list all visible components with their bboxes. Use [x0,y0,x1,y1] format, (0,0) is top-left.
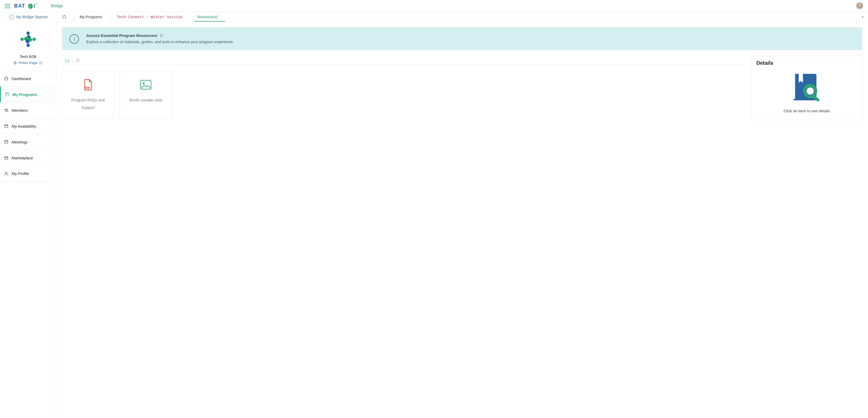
resource-card[interactable]: Booth sample view [120,71,172,118]
breadcrumb-program[interactable]: Tech Connect - Winter Session [110,12,190,21]
details-panel: Details Click an item to see details [751,56,862,120]
breadcrumb-bar: My Bridge Spaces My Programs Tech Connec… [0,12,868,22]
svg-rect-11 [5,125,8,128]
org-name: Tech B2B [20,54,36,59]
main-content: i Access Essential Program Resources! Ex… [56,22,868,418]
back-to-spaces[interactable]: My Bridge Spaces [0,12,56,21]
sidebar-item-availability[interactable]: My Availability [0,118,56,134]
svg-rect-8 [5,93,8,96]
back-arrow-icon [9,14,14,19]
details-empty-message: Click an item to see details [756,109,857,113]
sidebar-item-profile[interactable]: My Profile [0,166,56,181]
resource-grid: PDF Program FAQs and Support Booth sampl… [62,71,746,118]
resource-card[interactable]: PDF Program FAQs and Support [62,71,114,118]
svg-text:I: I [34,3,35,8]
external-link-icon[interactable] [160,34,163,37]
members-icon [4,108,8,112]
user-icon [4,171,8,176]
home-icon [4,76,8,81]
triangle-left-icon [861,15,864,19]
details-heading: Details [756,60,857,66]
banner-title: Access Essential Program Resources! [86,33,234,38]
resource-title: Booth sample view [129,97,162,104]
view-tab-grid[interactable] [62,56,72,65]
list-icon [75,58,80,63]
svg-text:BAT: BAT [14,3,25,8]
svg-rect-18 [795,74,798,100]
sidebar-item-members[interactable]: Members [0,102,56,118]
banner-description: Explore a collection of materials, guide… [86,40,234,44]
pdf-icon: PDF [83,79,93,91]
globe-icon [13,61,17,65]
public-page-link[interactable]: Public Page [13,61,42,65]
calendar-icon [5,92,9,97]
svg-rect-19 [794,99,818,100]
svg-point-4 [33,38,36,41]
svg-point-5 [26,44,29,47]
svg-point-10 [7,109,8,110]
resource-title: Program FAQs and Support [66,97,110,111]
svg-point-6 [20,38,24,41]
calendar-outline-icon [4,124,8,129]
svg-point-22 [807,88,814,95]
sidebar-item-meetings[interactable]: Meetings [0,134,56,150]
collapse-panel-button[interactable] [857,12,868,21]
user-avatar[interactable] [856,2,863,10]
sidebar-item-my-programs[interactable]: My Programs [0,86,56,102]
sidebar-item-marketplace[interactable]: Marketplace [0,150,56,166]
back-label: My Bridge Spaces [16,14,48,19]
org-logo [15,26,41,52]
svg-point-9 [5,109,6,110]
sidebar-nav: Dashboard My Programs Members My Availab… [0,70,56,181]
svg-rect-12 [5,141,8,143]
details-empty-illustration [790,71,824,104]
view-tab-list[interactable] [72,56,83,65]
store-icon [4,155,8,160]
info-banner: i Access Essential Program Resources! Ex… [62,27,862,50]
product-name[interactable]: Bridge [51,4,63,8]
breadcrumb-current: Resource(s) [190,12,225,21]
info-icon: i [69,34,79,44]
sidebar-item-dashboard[interactable]: Dashboard [0,70,56,86]
top-bar: BAT I ® Bridge [0,0,868,12]
sidebar: Tech B2B Public Page Dashboard My Progra… [0,22,56,418]
svg-text:®: ® [36,3,38,5]
external-link-icon [39,61,43,65]
svg-text:PDF: PDF [84,86,90,90]
view-toggle [62,56,746,65]
home-icon [62,14,67,19]
svg-point-13 [5,172,7,174]
brand-logo: BAT I ® [14,3,40,9]
svg-rect-15 [141,80,151,89]
breadcrumb: My Programs Tech Connect - Winter Sessio… [56,12,857,21]
folder-icon [65,58,69,63]
svg-point-3 [26,31,29,35]
breadcrumb-home[interactable] [56,12,72,21]
svg-point-16 [143,82,145,84]
menu-toggle-icon[interactable] [5,4,10,8]
calendar-outline-icon [4,140,8,144]
image-icon [140,79,152,91]
breadcrumb-my-programs[interactable]: My Programs [72,12,110,21]
